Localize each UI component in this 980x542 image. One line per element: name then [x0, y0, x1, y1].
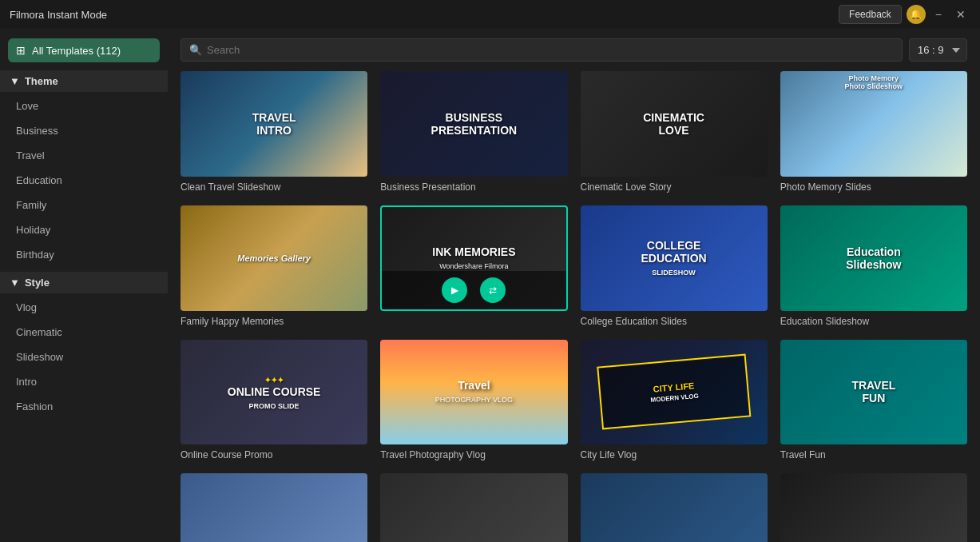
app-name: Filmora Instant Mode [10, 9, 107, 21]
grid-icon: ⊞ [16, 44, 26, 57]
template-card[interactable]: TRAVELFUN Travel Fun [780, 340, 967, 461]
search-icon: 🔍 [189, 44, 202, 56]
content-area: 🔍 16 : 9 TRAVELINTRO Clean Travel Slides… [168, 29, 980, 542]
template-card[interactable]: TRAVELINTRO Clean Travel Slideshow [181, 71, 367, 193]
search-bar: 🔍 16 : 9 [168, 29, 980, 71]
template-thumbnail [581, 473, 768, 542]
style-label: Style [25, 277, 50, 289]
sidebar-item-fashion[interactable]: Fashion [0, 394, 168, 419]
sidebar-item-slideshow[interactable]: Slideshow [0, 345, 168, 369]
template-thumbnail: INK MEMORIESWondershare Filmora ▶ ⇄ [380, 205, 567, 311]
sidebar-item-intro[interactable]: Intro [0, 369, 168, 394]
template-card[interactable]: COLLEGEEDUCATIONSLIDESHOW College Educat… [581, 205, 768, 327]
swap-button[interactable]: ⇄ [480, 277, 506, 303]
template-thumbnail: Memories Gallery [181, 205, 367, 311]
sidebar-item-family[interactable]: Family [0, 193, 168, 217]
template-thumbnail: Photo MemoryPhoto Slideshow [780, 71, 967, 177]
style-section-header[interactable]: ▼ Style [0, 272, 168, 293]
all-templates-label: All Templates (112) [32, 45, 121, 57]
template-card[interactable]: BUSINESSPRESENTATION Business Presentati… [380, 71, 567, 193]
template-name: Travel Photography Vlog [380, 449, 567, 460]
template-card[interactable]: Photo MemoryPhoto Slideshow Photo Memory… [780, 71, 967, 193]
overlay-actions: ▶ ⇄ [382, 271, 565, 309]
template-thumbnail: COLLEGEEDUCATIONSLIDESHOW [581, 205, 768, 311]
all-templates-button[interactable]: ⊞ All Templates (112) [8, 38, 160, 62]
template-card[interactable] [581, 473, 768, 542]
template-name: Business Presentation [380, 181, 567, 193]
sidebar: ⊞ All Templates (112) ▼ Theme Love Busin… [0, 29, 168, 542]
title-bar-left: Filmora Instant Mode [10, 9, 107, 21]
template-name: Education Slideshow [780, 316, 967, 327]
template-name: City Life Vlog [581, 449, 768, 460]
sidebar-item-cinematic[interactable]: Cinematic [0, 320, 168, 345]
chevron-down-icon-style: ▼ [10, 277, 20, 289]
grid-container: TRAVELINTRO Clean Travel Slideshow BUSIN… [181, 71, 967, 542]
template-thumbnail: ✦✦✦ONLINE COURSEPROMO SLIDE [181, 340, 367, 445]
minimize-button[interactable]: − [930, 6, 946, 22]
template-card[interactable]: CINEMATICLOVE Cinematic Love Story [581, 71, 768, 193]
play-button[interactable]: ▶ [442, 277, 467, 303]
template-name: Cinematic Love Story [581, 181, 768, 193]
template-card[interactable] [380, 473, 567, 542]
feedback-button[interactable]: Feedback [839, 5, 902, 24]
template-card[interactable] [780, 473, 967, 542]
template-name: College Education Slides [581, 316, 768, 327]
sidebar-item-business[interactable]: Business [0, 118, 168, 143]
template-card[interactable]: EducationSlideshow Education Slideshow [780, 205, 967, 327]
template-thumbnail: EducationSlideshow [780, 205, 967, 311]
template-thumbnail [181, 473, 367, 542]
template-thumbnail: CINEMATICLOVE [581, 71, 768, 177]
sidebar-item-love[interactable]: Love [0, 94, 168, 118]
user-avatar: 🔔 [907, 5, 926, 24]
sidebar-item-vlog[interactable]: Vlog [0, 295, 168, 320]
sidebar-item-holiday[interactable]: Holiday [0, 217, 168, 242]
template-card[interactable] [181, 473, 367, 542]
sidebar-item-education[interactable]: Education [0, 168, 168, 193]
template-card[interactable]: TravelPHOTOGRAPHY VLOG Travel Photograph… [380, 340, 567, 461]
close-button[interactable]: ✕ [951, 6, 970, 22]
template-thumbnail: CITY LIFEMODERN VLOG [581, 340, 768, 445]
search-input[interactable] [207, 44, 894, 56]
template-card[interactable]: ✦✦✦ONLINE COURSEPROMO SLIDE Online Cours… [181, 340, 367, 461]
template-thumbnail: TravelPHOTOGRAPHY VLOG [380, 340, 567, 445]
template-name: Travel Fun [780, 449, 967, 460]
sidebar-item-birthday[interactable]: Birthday [0, 242, 168, 267]
search-input-wrap[interactable]: 🔍 [181, 38, 903, 62]
sidebar-item-travel[interactable]: Travel [0, 143, 168, 168]
template-thumbnail: TRAVELFUN [780, 340, 967, 445]
template-card[interactable]: Memories Gallery Family Happy Memories [181, 205, 367, 327]
template-name: Clean Travel Slideshow [181, 181, 367, 193]
template-thumbnail: TRAVELINTRO [181, 71, 367, 177]
template-name: Online Course Promo [181, 449, 367, 460]
theme-section-header[interactable]: ▼ Theme [0, 70, 168, 92]
chevron-down-icon: ▼ [10, 75, 20, 87]
template-thumbnail: BUSINESSPRESENTATION [380, 71, 567, 177]
title-bar-right: Feedback 🔔 − ✕ [839, 5, 970, 24]
title-bar: Filmora Instant Mode Feedback 🔔 − ✕ [0, 0, 980, 29]
template-name: Family Happy Memories [181, 316, 367, 327]
aspect-ratio-select[interactable]: 16 : 9 [909, 38, 967, 62]
app-body: ⊞ All Templates (112) ▼ Theme Love Busin… [0, 29, 980, 542]
template-name: Photo Memory Slides [780, 181, 967, 193]
template-grid: TRAVELINTRO Clean Travel Slideshow BUSIN… [168, 71, 980, 542]
template-card[interactable]: CITY LIFEMODERN VLOG City Life Vlog [581, 340, 768, 461]
theme-label: Theme [25, 75, 58, 87]
template-card[interactable]: INK MEMORIESWondershare Filmora ▶ ⇄ [380, 205, 567, 327]
template-thumbnail [780, 473, 967, 542]
template-thumbnail [380, 473, 567, 542]
